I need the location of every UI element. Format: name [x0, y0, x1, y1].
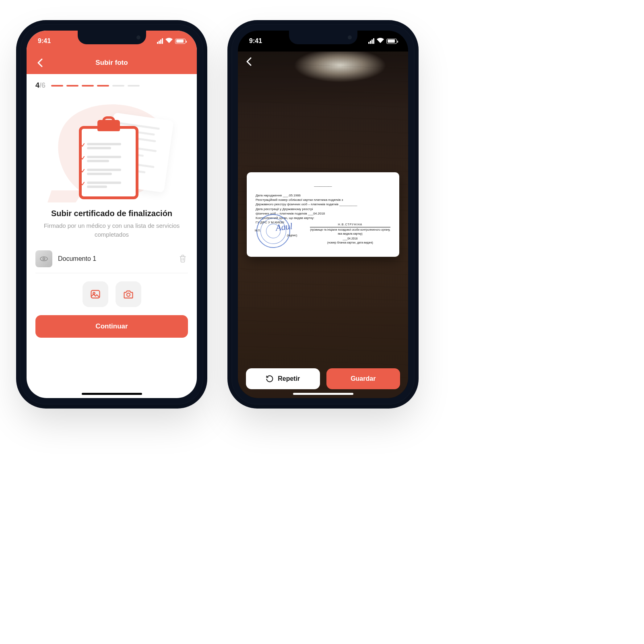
continue-button[interactable]: Continuar [35, 315, 188, 338]
captured-document: __________ Дата народження ___.05.1986 Р… [247, 172, 399, 257]
battery-icon [175, 39, 186, 44]
status-time: 9:41 [249, 37, 262, 45]
gallery-button[interactable] [83, 281, 108, 307]
device-notch [78, 31, 146, 44]
wifi-icon [165, 37, 173, 45]
battery-icon [386, 39, 397, 44]
document-row[interactable]: Documento 1 [35, 250, 188, 273]
back-button[interactable] [246, 57, 252, 68]
camera-preview: __________ Дата народження ___.05.1986 Р… [238, 52, 408, 398]
phone-right-camera-preview: 9:41 __________ Дата народження ___.05.1… [231, 24, 415, 405]
phone-left-upload: 9:41 Subir foto 4/6 [20, 24, 203, 405]
home-indicator[interactable] [293, 393, 353, 395]
header-title: Subir foto [95, 59, 128, 67]
back-button[interactable] [34, 57, 46, 69]
svg-point-1 [43, 258, 45, 260]
step-indicator: 4/6 [35, 81, 188, 90]
home-indicator[interactable] [82, 393, 142, 395]
signature: Aaul [275, 220, 293, 234]
signal-icon [157, 38, 163, 44]
svg-rect-2 [91, 290, 99, 298]
step-current: 4 [35, 81, 39, 89]
save-button[interactable]: Guardar [326, 368, 400, 389]
step-segments [51, 85, 140, 87]
wifi-icon [377, 37, 384, 45]
document-thumbnail [35, 250, 52, 267]
trash-icon[interactable] [178, 254, 188, 264]
illustration-clipboard [47, 102, 176, 202]
retry-button[interactable]: Repetir [246, 368, 320, 389]
status-time: 9:41 [38, 37, 51, 45]
svg-point-4 [126, 293, 130, 296]
camera-button[interactable] [116, 281, 141, 307]
signal-icon [368, 38, 374, 44]
app-header: Subir foto [27, 52, 197, 74]
upload-subtext: Firmado por un médico y con una lista de… [38, 221, 186, 239]
device-notch [289, 31, 357, 44]
document-name: Documento 1 [58, 255, 173, 262]
svg-point-0 [40, 257, 47, 261]
upload-heading: Subir certificado de finalización [35, 209, 188, 218]
